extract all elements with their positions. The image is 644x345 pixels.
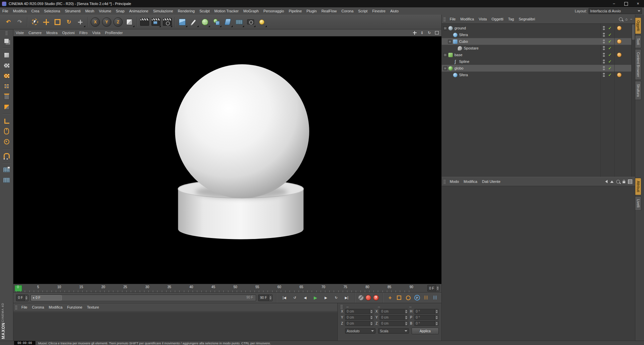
viewport-menu-item[interactable]: Opzioni [60,31,77,35]
object-row[interactable]: Sfera ✓ [442,72,635,78]
viewport-menu-item[interactable]: Filtro [77,31,90,35]
record-button[interactable] [365,295,371,301]
enabled-check-icon[interactable]: ✓ [608,32,612,37]
record-off-button[interactable] [358,295,363,300]
object-manager-menu-item[interactable]: File [447,15,458,23]
spinner-arrows-icon[interactable] [269,295,272,301]
visibility-dots[interactable] [603,73,605,77]
object-row[interactable]: Sfera ✓ [442,31,635,38]
menu-item[interactable]: MoGraph [241,7,261,15]
last-tool-icon[interactable] [75,16,86,28]
visibility-dots[interactable] [603,26,605,30]
model-mode-icon[interactable] [2,50,12,60]
menu-item[interactable]: Snap [114,7,127,15]
texture-axis-mode-icon[interactable] [2,71,12,80]
menu-item[interactable]: Strumenti [63,7,83,15]
visibility-dots[interactable] [603,33,605,37]
texture-mode-icon[interactable] [2,61,12,70]
home-icon[interactable]: ⌂ [625,17,628,21]
timeline-slider-handle[interactable]: 0 F [31,295,62,301]
expand-toggle[interactable] [443,53,447,57]
size-field[interactable]: 0 cm [380,309,408,314]
record-scale-toggle[interactable] [396,294,403,301]
redo-icon[interactable]: ↷ [14,16,25,28]
camera-icon[interactable] [245,16,256,28]
maximize-button[interactable] [620,0,632,7]
start-frame-spinner[interactable]: 0 F [16,295,28,301]
next-frame-button[interactable]: ▶ [322,294,330,301]
object-row[interactable]: globo ✓ [442,65,635,72]
magnet-icon[interactable] [2,151,12,160]
object-row[interactable]: base ✓ [442,51,635,58]
keying-options-button[interactable] [432,294,439,301]
material-menu-item[interactable]: Corona [30,304,46,311]
x-axis-lock-icon[interactable]: X [90,16,101,28]
end-frame-spinner[interactable]: 90 F [258,295,273,301]
environment-icon[interactable] [233,16,245,28]
rotate-icon[interactable]: ↻ [63,16,75,28]
record-pla-toggle[interactable] [423,294,430,301]
visibility-dots[interactable] [603,46,605,50]
size-field[interactable]: 0 cm [380,315,408,320]
object-tree-scrollbar[interactable] [631,24,635,177]
menu-item[interactable]: Animazione [127,7,150,15]
edges-mode-icon[interactable] [2,92,12,101]
toggle-view-icon[interactable] [434,30,439,35]
minimize-icon[interactable]: − [630,17,632,21]
minimize-button[interactable]: − [608,0,620,7]
polygons-mode-icon[interactable] [2,102,12,111]
live-selection-icon[interactable] [29,16,40,28]
lock-icon[interactable] [623,181,625,183]
tab-attributi[interactable]: Attributi [635,178,641,195]
panel-drag-handle[interactable] [340,305,343,309]
tab-struttura[interactable]: Struttura [635,81,641,100]
object-row[interactable]: ground ✓ [442,25,635,31]
panel-drag-handle[interactable] [443,180,446,184]
coordinate-system-icon[interactable] [124,16,135,28]
move-icon[interactable] [40,16,52,28]
enabled-check-icon[interactable]: ✓ [608,66,612,71]
record-parameter-toggle[interactable]: P [414,294,421,301]
visibility-dots[interactable] [603,53,605,57]
record-rotation-toggle[interactable] [405,294,412,301]
pan-view-icon[interactable] [412,30,417,35]
material-menu-item[interactable]: File [19,304,30,311]
panel-drag-handle[interactable] [443,17,446,21]
object-manager-menu-item[interactable]: Modifica [458,15,476,23]
material-tag-icon[interactable] [617,52,622,57]
enabled-check-icon[interactable]: ✓ [608,59,612,64]
goto-start-button[interactable]: |◀ [280,294,289,301]
menu-item[interactable]: Script [356,7,370,15]
material-menu-item[interactable]: Texture [85,304,101,311]
menu-item[interactable]: Modifica [11,7,29,15]
menu-item[interactable]: Simulazione [151,7,176,15]
object-row[interactable]: Cubo ✓ [442,38,635,45]
subdivision-surface-icon[interactable] [199,16,211,28]
spinner-arrows-icon[interactable] [435,315,438,320]
apply-button[interactable]: Applica [412,328,439,334]
object-manager-menu-item[interactable]: Vista [476,15,489,23]
goto-end-button[interactable]: ▶| [342,294,351,301]
menu-item[interactable]: Aiuto [388,7,401,15]
mode-select[interactable]: Assoluto [345,328,375,334]
grid-icon[interactable] [628,180,632,184]
expand-toggle[interactable] [443,67,447,70]
layout-select[interactable]: Interfaccia di Avvio [588,8,642,14]
cube-primitive-icon[interactable] [177,16,188,28]
zoom-view-icon[interactable]: ⇕ [419,30,425,35]
menu-item[interactable]: Corona [339,7,356,15]
material-menu-item[interactable]: Funzione [65,304,85,311]
ruler-frame-spinner[interactable]: 0 F [427,285,440,292]
make-editable-icon[interactable] [2,36,12,45]
scale-icon[interactable] [52,16,63,28]
enabled-check-icon[interactable]: ✓ [608,26,612,30]
timeline-slider[interactable]: 0 F 90 F [30,295,256,301]
viewport-menu-item[interactable]: ProRender [103,31,125,35]
menu-item[interactable]: Sculpt [197,7,212,15]
spinner-arrows-icon[interactable] [404,309,408,314]
menu-item[interactable]: Pipeline [286,7,304,15]
spinner-arrows-icon[interactable] [369,315,373,320]
snap-icon[interactable] [2,137,12,146]
palette-drag-handle[interactable] [5,31,8,35]
next-key-button[interactable]: ↻ [332,294,340,301]
